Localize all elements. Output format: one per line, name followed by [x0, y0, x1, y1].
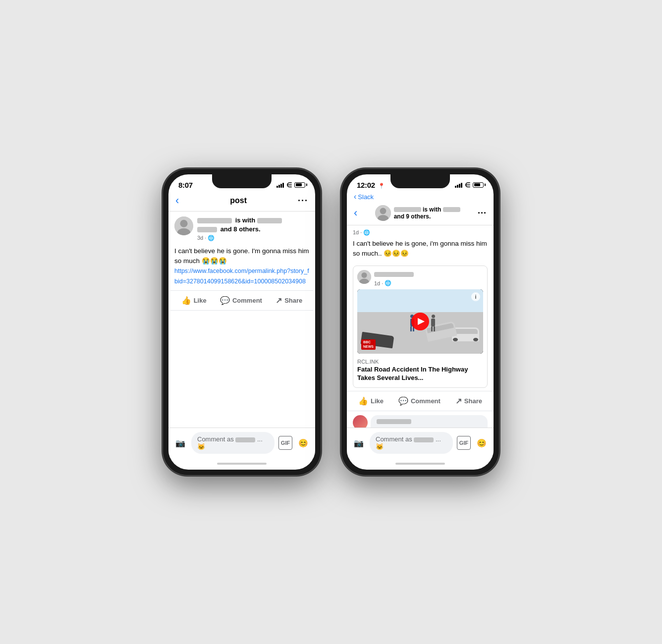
- nested-globe-2: 🌐: [385, 280, 391, 286]
- phone-2: 12:02 📍 ∈ ‹ Slack: [341, 168, 499, 476]
- globe-icon-2: 🌐: [363, 228, 370, 237]
- globe-icon-1: 🌐: [208, 235, 215, 241]
- like-label-1: Like: [194, 297, 207, 304]
- link-domain-2: rcl.ink: [357, 359, 483, 365]
- camera-icon-2[interactable]: 📷: [352, 436, 366, 450]
- battery-fill-1: [296, 183, 302, 186]
- play-button-2[interactable]: [411, 313, 429, 330]
- gif-button-1[interactable]: GIF: [278, 436, 292, 450]
- author-name-blurred-1: [197, 218, 232, 223]
- post-body-2: 1d · 🌐 I can't believe he is gone, i'm g…: [347, 225, 494, 263]
- comment-dots-2: ...: [436, 435, 441, 443]
- video-image-inner-2: BBCNEWS i: [357, 289, 483, 354]
- post-link-1[interactable]: https://www.facebook.com/permalink.php?s…: [174, 268, 309, 284]
- comment-author-blurred-1: [377, 419, 411, 424]
- nested-author-blurred-2: [374, 272, 414, 277]
- time-separator-1: ·: [205, 235, 206, 241]
- comment-label-1: Comment: [232, 297, 262, 304]
- post-text-1: I can't believe he is gone. I'm gonna mi…: [174, 247, 309, 265]
- location-icon-2: 📍: [378, 183, 385, 189]
- nested-avatar-2: [357, 270, 371, 284]
- nested-post-header-2: 1d · 🌐: [357, 270, 483, 286]
- share-button-1[interactable]: ↗ Share: [272, 294, 306, 307]
- svg-point-7: [361, 272, 367, 278]
- share-button-2[interactable]: ↗ Share: [451, 394, 486, 408]
- post-others-1: and 8 others.: [197, 225, 309, 234]
- chevron-left-slack: ‹: [354, 192, 356, 201]
- comment-button-2[interactable]: 💬 Comment: [394, 394, 444, 408]
- author-action-1: is with: [235, 216, 257, 224]
- like-icon-2: 👍: [358, 396, 368, 406]
- figure-2: [431, 315, 435, 331]
- comment-bar-2: 📷 Comment as ... 🐱 GIF 😊: [347, 428, 494, 458]
- comment-button-1[interactable]: 💬 Comment: [216, 294, 266, 307]
- gif-button-2[interactable]: GIF: [457, 436, 471, 450]
- screen-content-2: 1d · 🌐 I can't believe he is gone, i'm g…: [347, 225, 494, 428]
- post-time-1: 3d · 🌐: [197, 235, 309, 241]
- nav-title-area-2: is with and 9 others.: [357, 205, 478, 221]
- nav-bar-2: ‹ is with and 9 others.: [347, 203, 494, 225]
- post-header-1: is with and 8 others. 3d · 🌐: [168, 212, 315, 244]
- avatar-emoji-1: 🐱: [197, 443, 205, 450]
- home-indicator-1: [168, 458, 315, 470]
- avatar-emoji-2: 🐱: [376, 443, 384, 450]
- chevron-left-icon-2: ‹: [354, 207, 357, 219]
- slack-back-bar: ‹ Slack: [347, 192, 494, 203]
- info-badge-2[interactable]: i: [471, 292, 480, 301]
- more-button-2[interactable]: ···: [478, 208, 487, 218]
- status-left-2: 12:02 📍: [357, 181, 385, 189]
- comment-input-2[interactable]: Comment as ... 🐱: [370, 432, 453, 454]
- home-indicator-2: [347, 458, 494, 470]
- nav-title-1: post: [230, 196, 247, 205]
- post-time-2: 1d · 🌐: [353, 228, 488, 237]
- wifi-icon-2: ∈: [465, 181, 470, 189]
- more-button-1[interactable]: ···: [298, 196, 308, 206]
- link-title-2: Fatal Road Accident In The Highway Takes…: [357, 366, 483, 382]
- nav-title-info-2: is with and 9 others.: [394, 206, 460, 220]
- like-button-1[interactable]: 👍 Like: [177, 294, 211, 307]
- emoji-button-1[interactable]: 😊: [296, 436, 310, 450]
- svg-point-4: [380, 208, 386, 215]
- video-thumbnail-2[interactable]: BBCNEWS i: [357, 289, 483, 354]
- sky-bg-2: [357, 289, 483, 315]
- home-bar-2: [395, 463, 445, 465]
- comment-section-2: Who died? This video isn't loading onto …: [347, 411, 494, 428]
- home-bar-1: [217, 463, 267, 465]
- comment-bubble-1: Who died? This video isn't loading onto …: [371, 415, 488, 428]
- emoji-button-2[interactable]: 😊: [475, 436, 489, 450]
- username-blurred-1: [235, 437, 255, 442]
- camera-icon-1[interactable]: 📷: [173, 436, 187, 450]
- comment-bar-1: 📷 Comment as ... 🐱 GIF 😊: [168, 428, 315, 458]
- like-icon-1: 👍: [181, 296, 191, 305]
- back-button-1[interactable]: ‹: [175, 194, 179, 207]
- comment-item-1: Who died? This video isn't loading onto …: [353, 415, 488, 428]
- chevron-left-icon-1: ‹: [175, 194, 179, 207]
- time-label-1: 3d: [197, 235, 203, 241]
- others-label-1: and 8 others.: [221, 225, 261, 233]
- post-text-2: I can't believe he is gone, i'm gonna mi…: [353, 240, 487, 257]
- nav-title-line1-2: is with: [394, 206, 460, 213]
- nav-bar-1: ‹ post ···: [168, 192, 315, 212]
- action-bar-2: 👍 Like 💬 Comment ↗ Share: [347, 391, 494, 411]
- like-button-2[interactable]: 👍 Like: [354, 394, 387, 408]
- share-label-2: Share: [464, 397, 482, 405]
- slack-label[interactable]: Slack: [358, 193, 374, 201]
- nav-avatar-2: [375, 205, 391, 221]
- share-label-1: Share: [284, 297, 302, 304]
- tagged-name-blurred-1: [257, 218, 282, 223]
- comment-input-1[interactable]: Comment as ... 🐱: [191, 432, 275, 454]
- svg-point-1: [180, 220, 187, 227]
- link-footer-2: rcl.ink Fatal Road Accident In The Highw…: [357, 357, 483, 383]
- wifi-icon-1: ∈: [286, 181, 292, 189]
- comment-content-1: Who died? This video isn't loading onto …: [371, 415, 488, 428]
- play-triangle-2: [418, 318, 425, 325]
- signal-icon-1: [276, 182, 284, 188]
- comment-placeholder-text-2: Comment as: [376, 435, 414, 443]
- bbc-badge-2: BBCNEWS: [361, 339, 376, 350]
- post-meta-1: is with and 8 others. 3d · 🌐: [197, 216, 309, 241]
- phone-1: 8:07 ∈ ‹ post ···: [163, 168, 321, 476]
- nested-time-label-2: 1d: [374, 280, 380, 286]
- comment-avatar-1: [353, 415, 368, 428]
- nested-time-2: 1d · 🌐: [374, 280, 414, 286]
- back-button-2[interactable]: ‹: [354, 207, 357, 219]
